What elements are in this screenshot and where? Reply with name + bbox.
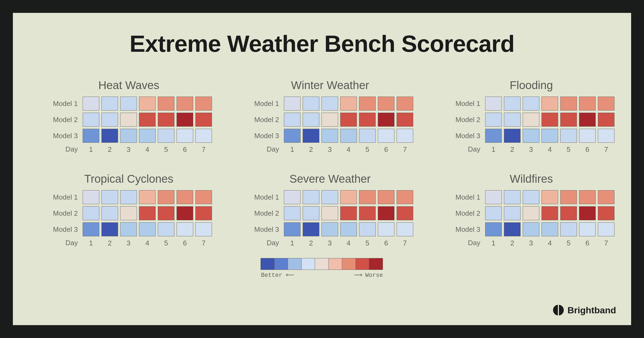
row-label: Model 3 <box>247 225 282 234</box>
row-label: Model 1 <box>46 100 80 108</box>
heatmap-cell <box>340 222 357 236</box>
heatmap-cell <box>340 129 357 143</box>
day-tick: 1 <box>485 238 502 247</box>
day-tick: 2 <box>303 145 319 154</box>
heatmap-cell <box>340 97 357 111</box>
day-tick: 2 <box>504 238 521 247</box>
heatmap-cell <box>139 222 156 236</box>
heatmap-cell <box>579 113 596 127</box>
heatmap-cell <box>284 129 301 143</box>
heatmap-cell <box>579 206 596 220</box>
legend-swatch <box>301 258 315 270</box>
heatmap-cell <box>579 97 596 111</box>
heatmap-cell <box>158 97 174 111</box>
row-label: Model 1 <box>247 193 282 201</box>
heatmap-cell <box>560 222 577 236</box>
heatmap-cell <box>504 97 521 111</box>
heatmap-cell <box>177 190 193 204</box>
heatmap-panel: WildfiresModel 1Model 2Model 3Day1234567 <box>448 172 614 247</box>
heatmap-cell <box>541 222 558 236</box>
heatmap-cell <box>177 206 193 220</box>
heatmap-cell <box>397 222 413 236</box>
heatmap-cell <box>83 190 99 204</box>
heatmap-cell <box>195 113 212 127</box>
day-tick: 4 <box>139 238 156 247</box>
day-axis-label: Day <box>46 145 80 153</box>
heatmap-cell <box>321 129 338 143</box>
heatmap-cell <box>303 206 319 220</box>
heatmap-cell <box>139 113 156 127</box>
row-label: Model 1 <box>46 193 80 201</box>
heatmap-cell <box>378 206 394 220</box>
panel-title: Wildfires <box>510 172 553 185</box>
legend-swatch <box>274 258 288 270</box>
day-tick: 3 <box>321 238 338 247</box>
heatmap-cell <box>177 97 193 111</box>
heatmap-cell <box>340 113 357 127</box>
day-tick: 4 <box>139 145 156 154</box>
legend-swatch <box>261 258 275 270</box>
day-tick: 3 <box>523 145 539 154</box>
heatmap-cell <box>598 97 614 111</box>
heatmap-cell <box>560 113 577 127</box>
heatmap-cell <box>560 190 577 204</box>
heatmap-cell <box>359 129 376 143</box>
heatmap-cell <box>303 190 319 204</box>
legend-swatch <box>342 258 356 270</box>
brand-badge: Brightband <box>553 305 616 315</box>
day-axis-label: Day <box>448 145 483 153</box>
heatmap-cell <box>598 190 614 204</box>
heatmap-cell <box>504 113 521 127</box>
day-tick: 2 <box>101 238 118 247</box>
day-tick: 4 <box>541 145 558 154</box>
heatmap-cell <box>378 190 394 204</box>
heatmap-cell <box>284 206 301 220</box>
row-label: Model 3 <box>448 225 483 234</box>
heatmap-cell <box>598 222 614 236</box>
heatmap-grid: Model 1Model 2Model 3Day1234567 <box>247 190 413 247</box>
heatmap-cell <box>303 222 319 236</box>
day-axis-label: Day <box>46 239 80 247</box>
heatmap-cell <box>397 113 413 127</box>
chart-canvas: Extreme Weather Bench Scorecard Heat Wav… <box>13 13 631 325</box>
heatmap-cell <box>523 97 539 111</box>
heatmap-cell <box>378 222 394 236</box>
legend-swatch <box>356 258 369 270</box>
heatmap-cell <box>397 206 413 220</box>
heatmap-cell <box>598 129 614 143</box>
heatmap-cell <box>359 113 376 127</box>
day-tick: 5 <box>359 145 376 154</box>
row-label: Model 3 <box>247 132 282 140</box>
heatmap-cell <box>158 206 174 220</box>
day-tick: 3 <box>321 145 338 154</box>
row-label: Model 1 <box>247 100 282 108</box>
heatmap-cell <box>195 129 212 143</box>
heatmap-cell <box>120 190 137 204</box>
heatmap-cell <box>139 206 156 220</box>
legend-better-text: Better <box>261 272 282 279</box>
heatmap-panel: Tropical CyclonesModel 1Model 2Model 3Da… <box>46 172 212 247</box>
brand-name: Brightband <box>568 305 616 315</box>
heatmap-cell <box>579 190 596 204</box>
heatmap-cell <box>504 222 521 236</box>
heatmap-cell <box>541 97 558 111</box>
day-tick: 3 <box>523 238 539 247</box>
day-tick: 5 <box>158 238 174 247</box>
heatmap-cell <box>139 129 156 143</box>
heatmap-panel: Winter WeatherModel 1Model 2Model 3Day12… <box>247 79 413 154</box>
heatmap-cell <box>523 206 539 220</box>
heatmap-cell <box>139 97 156 111</box>
row-label: Model 2 <box>247 209 282 218</box>
legend-swatch <box>288 258 302 270</box>
legend-labels: Better ⟵ ⟶ Worse <box>261 271 383 279</box>
heatmap-cell <box>120 113 137 127</box>
day-tick: 2 <box>303 238 319 247</box>
heatmap-cell <box>195 222 212 236</box>
heatmap-cell <box>523 113 539 127</box>
heatmap-cell <box>397 129 413 143</box>
heatmap-cell <box>177 222 193 236</box>
panel-title: Heat Waves <box>98 79 159 92</box>
heatmap-cell <box>579 129 596 143</box>
heatmap-cell <box>120 222 137 236</box>
day-tick: 7 <box>397 145 413 154</box>
